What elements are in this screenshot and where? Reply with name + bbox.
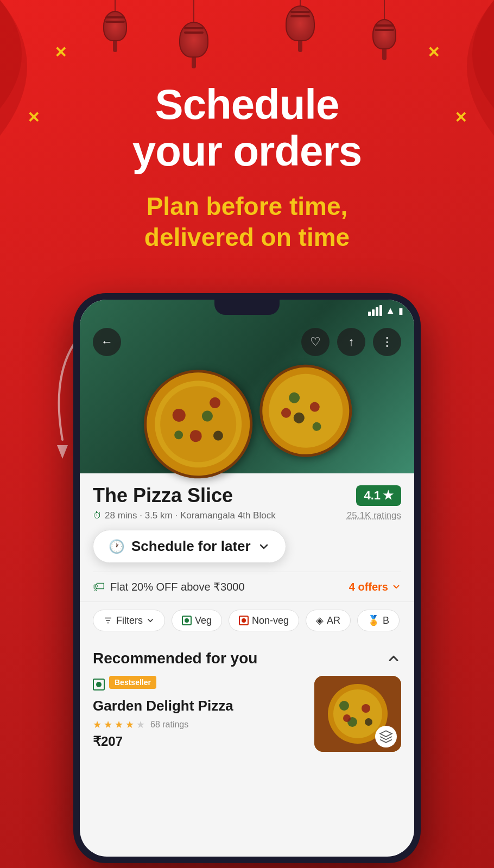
- offers-chevron-icon: [391, 582, 401, 592]
- section-title: Recommended for you: [93, 650, 257, 667]
- ar-icon: ◈: [316, 614, 324, 626]
- svg-point-24: [362, 704, 370, 713]
- star-1: ★: [93, 719, 102, 731]
- restaurant-meta-left: ⏱ 28 mins · 3.5 km · Koramangala 4th Blo…: [93, 510, 276, 521]
- restaurant-name-row: The Pizza Slice 4.1 ★: [93, 484, 401, 507]
- non-veg-filter[interactable]: Non-veg: [229, 610, 299, 631]
- filters-button[interactable]: Filters: [93, 610, 165, 631]
- share-button[interactable]: ↑: [337, 328, 365, 356]
- offer-right[interactable]: 4 offers: [349, 581, 401, 593]
- headline-section: Schedule your orders Plan before time, d…: [111, 81, 383, 254]
- phone-mockup: ▲ ▮ ← ♡ ↑: [73, 293, 421, 863]
- bestseller-icon: 🏅: [368, 614, 379, 626]
- headline-subtitle: Plan before time, delivered on time: [132, 191, 362, 254]
- nav-right-buttons: ♡ ↑ ⋮: [301, 328, 401, 356]
- food-name: Garden Delight Pizza: [93, 698, 306, 714]
- svg-point-26: [365, 718, 372, 726]
- restaurant-meta: ⏱ 28 mins · 3.5 km · Koramangala 4th Blo…: [93, 510, 401, 521]
- schedule-clock-icon: 🕐: [109, 539, 125, 554]
- pizza-image-2: [252, 357, 359, 464]
- main-content: Schedule your orders Plan before time, d…: [0, 0, 494, 868]
- battery-icon: ▮: [398, 306, 403, 316]
- veg-filter[interactable]: Veg: [172, 610, 222, 631]
- filter-bar: Filters Veg Non-veg: [80, 601, 414, 639]
- food-price: ₹207: [93, 734, 306, 749]
- phone-notch: [214, 300, 280, 315]
- svg-point-27: [343, 714, 351, 722]
- filters-chevron-icon: [146, 616, 155, 625]
- star-3: ★: [115, 719, 123, 731]
- star-rating: ★ ★ ★ ★ ★ 68 ratings: [93, 719, 306, 731]
- rating-badge: 4.1 ★: [356, 485, 401, 506]
- offer-icon: 🏷: [93, 580, 105, 594]
- phone-screen: ▲ ▮ ← ♡ ↑: [80, 300, 414, 857]
- section-header: Recommended for you: [93, 650, 401, 667]
- headline-title: Schedule your orders: [132, 81, 362, 175]
- ar-icon: [379, 730, 393, 744]
- signal-bars-icon: [368, 305, 382, 316]
- food-image: [314, 676, 401, 752]
- food-info: Bestseller Garden Delight Pizza ★ ★ ★ ★ …: [93, 676, 306, 749]
- back-button[interactable]: ←: [93, 328, 121, 356]
- ar-filter[interactable]: ◈ AR: [306, 610, 351, 631]
- restaurant-info-section: The Pizza Slice 4.1 ★ ⏱ 28 mins · 3.5 km…: [80, 473, 414, 601]
- bestseller-badge: Bestseller: [109, 676, 156, 689]
- filter-icon: [103, 616, 113, 625]
- pizza-image-1: [132, 358, 265, 491]
- star-5-empty: ★: [136, 719, 145, 731]
- favorite-button[interactable]: ♡: [301, 328, 330, 356]
- schedule-label: Schedule for later: [131, 538, 251, 555]
- svg-point-22: [333, 689, 382, 738]
- star-2: ★: [104, 719, 112, 731]
- more-filter[interactable]: 🏅 B: [357, 610, 400, 631]
- chevron-down-icon: [257, 540, 270, 553]
- veg-indicator: [93, 679, 105, 690]
- ratings-count: 68 ratings: [150, 720, 188, 730]
- star-4: ★: [125, 719, 134, 731]
- restaurant-header-image: ← ♡ ↑ ⋮: [80, 300, 414, 473]
- status-icons: ▲ ▮: [368, 305, 403, 316]
- non-veg-icon: [239, 616, 249, 625]
- section-collapse-icon[interactable]: [386, 651, 401, 666]
- recommended-section: Recommended for you Bestseller: [80, 639, 414, 763]
- veg-icon: [182, 616, 192, 625]
- ar-view-button[interactable]: [375, 726, 397, 747]
- food-item: Bestseller Garden Delight Pizza ★ ★ ★ ★ …: [93, 676, 401, 752]
- pizza-images: [141, 359, 353, 468]
- svg-marker-0: [57, 445, 68, 459]
- more-options-button[interactable]: ⋮: [373, 328, 401, 356]
- wifi-icon: ▲: [385, 305, 395, 316]
- svg-point-23: [339, 701, 349, 711]
- nav-bar: ← ♡ ↑ ⋮: [80, 321, 414, 363]
- schedule-for-later-button[interactable]: 🕐 Schedule for later: [93, 530, 286, 563]
- offer-left: 🏷 Flat 20% OFF above ₹3000: [93, 580, 245, 594]
- offer-row[interactable]: 🏷 Flat 20% OFF above ₹3000 4 offers: [93, 572, 401, 601]
